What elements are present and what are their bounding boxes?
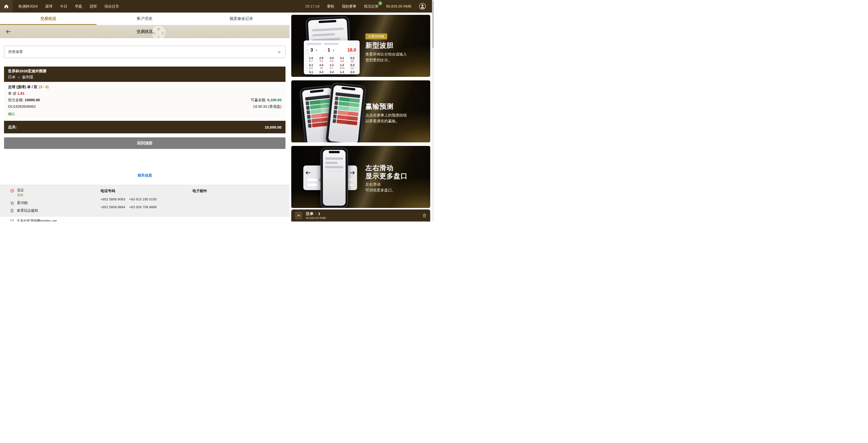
tab-bar: 交易状况 帐户历史 额度修改记录 xyxy=(0,12,289,25)
promo-rail: - 3 + - 1 + 18.0 1-06.7 2-09.5 0-09.5 0-… xyxy=(289,12,432,222)
trash-icon[interactable] xyxy=(422,213,427,218)
phone-mockup xyxy=(320,147,348,208)
score-cell: 0-19.8 xyxy=(337,57,347,63)
nav-item-parlay[interactable]: 综合过关 xyxy=(104,4,119,9)
back-to-top-button[interactable]: 回到顶部 xyxy=(4,137,285,149)
promo-description: 左右滑动 可浏览更多盘口。 xyxy=(365,181,396,193)
correct-score-grid: 1-06.7 2-09.5 0-09.5 0-19.8 0-221 2-19.0… xyxy=(306,55,358,74)
chevron-down-icon xyxy=(277,50,281,54)
score-cell: 2-3 xyxy=(347,71,358,74)
market-row: 足球 (滚球) 单 / 双(3 - 0) xyxy=(8,84,281,90)
home-button[interactable] xyxy=(0,0,12,12)
stepper-away-value: 1 xyxy=(328,47,330,53)
bet-card: 世界杯2026亚洲外围赛 日本v叙利亚 足球 (滚球) 单 / 双(3 - 0)… xyxy=(4,67,285,120)
bet-card-body: 足球 (滚球) 单 / 双(3 - 0) 单 @ 1.81 投注金额: 1000… xyxy=(4,82,285,120)
promo-swipe-banner[interactable]: 左右滑动 显示更多盘口 左右滑动 可浏览更多盘口。 xyxy=(291,146,430,208)
account-balance: 90,826.00 RMB xyxy=(386,4,411,8)
topbar-right: 20:17:18 赛程 我的赛事 投注记录 1 90,826.00 RMB xyxy=(305,3,432,10)
promo-prediction-banner[interactable]: 赢输预测 点击在赛事上的预测按钮 以查看潜在的赢输。 xyxy=(291,80,430,142)
scrollbar-thumb[interactable] xyxy=(432,0,434,48)
confirm-link[interactable]: 确认 xyxy=(8,111,15,116)
sport-filter-value: 所有体育 xyxy=(8,49,23,54)
sports-rules-label: 体育玩法规则 xyxy=(17,208,38,213)
email-title: 电子邮件 xyxy=(192,189,289,193)
promo-desc-line: 查看所有比分组合或输入 xyxy=(365,52,407,56)
sport-filter-dropdown[interactable]: 所有体育 xyxy=(4,46,285,58)
star-icon xyxy=(10,201,14,205)
main-content: 交易状况 帐户历史 额度修改记录 交易状况 所有体育 世界杯2026亚洲外围赛 … xyxy=(0,12,289,222)
betslip-bar: 注单 1 90,826.00 RMB xyxy=(291,209,430,222)
new-features-label: 新功能 xyxy=(17,201,28,205)
nav-item-early[interactable]: 早盘 xyxy=(75,4,82,9)
promo-desc-line: 以查看潜在的赢输。 xyxy=(365,119,399,123)
score-cell: 2-09.5 xyxy=(316,57,327,63)
nav-item-euro2024[interactable]: 欧洲杯2024 xyxy=(19,4,38,9)
footer-email-column: 电子邮件 xyxy=(192,188,289,217)
reference-row: OU19263938462 19:30:33 (香港盘) xyxy=(8,104,281,109)
promo-badge: 全新加强版 xyxy=(365,33,387,39)
footer-sports-rules[interactable]: 体育玩法规则 xyxy=(10,208,100,213)
promo-desc-line: 左右滑动 xyxy=(365,182,380,186)
total-value: 10,000.00 xyxy=(265,125,281,129)
plus-icon: + xyxy=(333,48,335,52)
promo-title: 新型波胆 xyxy=(365,41,394,50)
page-header: 交易状况 xyxy=(0,25,289,38)
nav-item-my-events[interactable]: 我的赛事 xyxy=(342,4,356,9)
clock: 20:17:18 xyxy=(305,4,319,8)
related-info-link[interactable]: 相关信息 xyxy=(137,173,152,177)
stake: 投注金额: 10000.00 xyxy=(8,97,40,103)
footer-links-column: 语言 简体 新功能 体育玩法规则 xyxy=(10,188,100,217)
promo-correct-score-banner[interactable]: - 3 + - 1 + 18.0 1-06.7 2-09.5 0-09.5 0-… xyxy=(291,15,430,77)
bet-reference-number: OU19263938462 xyxy=(8,104,36,109)
event-time: 19:30:33 (香港盘) xyxy=(253,104,281,109)
phone-row-2: +852 5808 8664 +63 926 706 6868 xyxy=(100,205,192,209)
tab-account-history[interactable]: 帐户历史 xyxy=(96,12,193,25)
score-cell: 0-351 xyxy=(347,64,358,70)
promo-desc-line: 可浏览更多盘口。 xyxy=(365,188,396,192)
footer-language[interactable]: 语言 简体 xyxy=(10,188,100,197)
nav-item-bet-records[interactable]: 投注记录 1 xyxy=(364,4,378,9)
stake-label: 投注金额: xyxy=(8,98,24,102)
promo-desc-line: 您想要的比分。 xyxy=(365,58,392,62)
bet-records-label: 投注记录 xyxy=(364,4,378,8)
stake-value: 10000.00 xyxy=(25,98,40,102)
stepper-odds: 18.0 xyxy=(347,47,356,53)
nav-item-today[interactable]: 今日 xyxy=(60,4,67,9)
nav-item-champion[interactable]: 冠军 xyxy=(90,4,97,9)
tab-transaction-status[interactable]: 交易状况 xyxy=(0,12,96,25)
score-cell: 0-221 xyxy=(347,57,358,63)
stepper-home-value: 3 xyxy=(310,47,313,53)
phone-number: +852 5808 8664 xyxy=(100,205,125,209)
potential-win: 可赢金额: 8,100.00 xyxy=(251,97,281,103)
phone-number: +63 926 706 6868 xyxy=(129,205,157,209)
phone-mockup xyxy=(326,82,366,142)
minus-icon: - xyxy=(324,48,325,52)
community-label: 天美社区源码网timibbs.net xyxy=(17,219,57,222)
current-score: (3 - 0) xyxy=(39,85,49,89)
pick-label: 单 @ xyxy=(8,92,16,95)
promo-title: 赢输预测 xyxy=(365,102,394,111)
betslip-collapse-button[interactable] xyxy=(295,212,302,219)
phone-title: 电话号码 xyxy=(100,189,192,193)
back-arrow-icon[interactable] xyxy=(5,29,11,34)
nav-item-live[interactable]: 滚球 xyxy=(45,4,53,9)
promo-title: 左右滑动 xyxy=(365,164,394,173)
total-bar: 总共: 10,000.00 xyxy=(4,121,285,133)
page-scrollbar xyxy=(432,0,434,222)
footer-community-link[interactable]: 天美社区源码网timibbs.net xyxy=(10,219,289,222)
footer-new-features[interactable]: 新功能 xyxy=(10,201,100,205)
main-nav: 欧洲杯2024 滚球 今日 早盘 冠军 综合过关 xyxy=(19,4,119,9)
nav-item-schedule[interactable]: 赛程 xyxy=(327,4,334,9)
tab-limit-change-records[interactable]: 额度修改记录 xyxy=(193,12,289,25)
home-icon xyxy=(4,4,9,9)
account-avatar-icon[interactable] xyxy=(419,3,426,10)
win-label: 可赢金额: xyxy=(251,98,266,102)
league-name: 世界杯2026亚洲外围赛 xyxy=(8,69,281,74)
bet-card-header: 世界杯2026亚洲外围赛 日本v叙利亚 xyxy=(4,67,285,82)
score-cell: 1-213.5 xyxy=(337,64,347,70)
promo-title-line2: 显示更多盘口 xyxy=(365,172,408,180)
betslip-count: 1 xyxy=(318,212,320,216)
plus-icon: + xyxy=(315,48,318,52)
globe-icon xyxy=(10,189,14,193)
score-stepper: - 3 + - 1 + 18.0 xyxy=(306,47,358,55)
